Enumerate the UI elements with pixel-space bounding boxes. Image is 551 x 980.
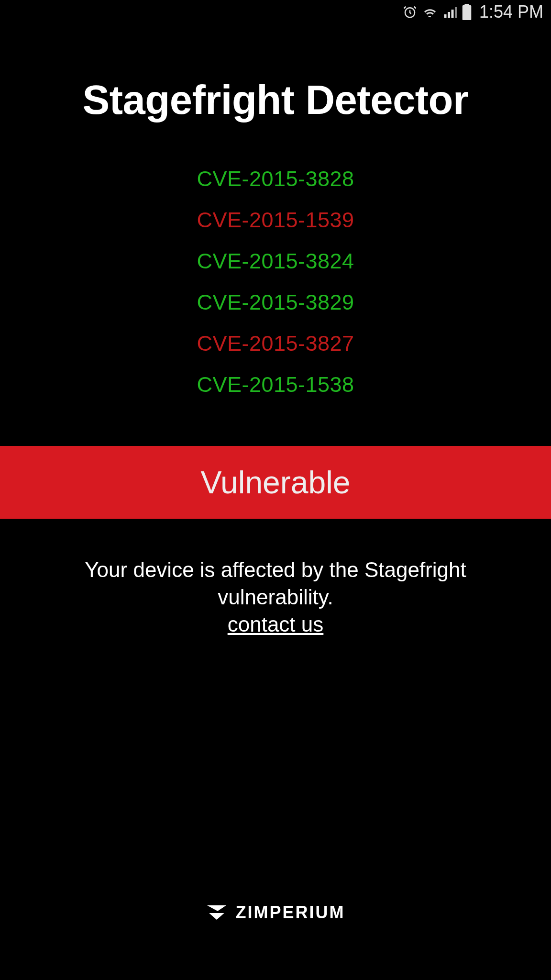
zimperium-logo-icon xyxy=(206,904,227,921)
cve-item: CVE-2015-3829 xyxy=(197,290,354,315)
cve-item: CVE-2015-1538 xyxy=(197,372,354,397)
svg-rect-2 xyxy=(448,12,450,18)
result-message: Your device is affected by the Stagefrig… xyxy=(0,556,551,636)
main-content: Stagefright Detector CVE-2015-3828 CVE-2… xyxy=(0,24,551,636)
wifi-icon xyxy=(422,4,438,20)
contact-us-link[interactable]: contact us xyxy=(228,612,324,636)
footer: ZIMPERIUM xyxy=(0,902,551,923)
footer-brand: ZIMPERIUM xyxy=(236,902,345,923)
status-bar: 1:54 PM xyxy=(0,0,551,24)
alarm-icon xyxy=(403,5,417,19)
svg-rect-5 xyxy=(463,5,472,20)
svg-rect-6 xyxy=(464,4,469,5)
cve-item: CVE-2015-3827 xyxy=(197,331,354,356)
cve-item: CVE-2015-1539 xyxy=(197,208,354,233)
status-time: 1:54 PM xyxy=(479,2,543,22)
cve-item: CVE-2015-3828 xyxy=(197,167,354,191)
svg-rect-3 xyxy=(451,10,453,18)
status-banner-label: Vulnerable xyxy=(0,464,551,501)
signal-icon xyxy=(443,5,457,19)
battery-icon xyxy=(462,4,472,20)
cve-item: CVE-2015-3824 xyxy=(197,249,354,274)
vulnerability-status-banner: Vulnerable xyxy=(0,446,551,519)
app-title: Stagefright Detector xyxy=(82,77,468,123)
svg-rect-4 xyxy=(455,7,457,18)
svg-rect-1 xyxy=(444,14,446,18)
message-text: Your device is affected by the Stagefrig… xyxy=(29,556,522,611)
cve-list: CVE-2015-3828 CVE-2015-1539 CVE-2015-382… xyxy=(197,167,354,397)
